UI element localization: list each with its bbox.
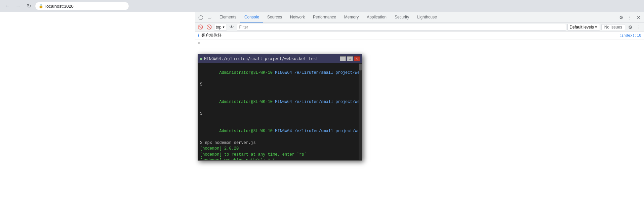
terminal-title-text: MINGW64:/e/lirufen/small project/websock… [204, 56, 338, 61]
context-label: top [216, 25, 222, 30]
terminal-scroll-thumb[interactable] [359, 64, 362, 70]
reload-button[interactable]: ↻ [24, 1, 34, 11]
forward-button[interactable]: → [13, 1, 23, 11]
filter-input[interactable] [237, 24, 566, 31]
console-prompt-line[interactable]: > [195, 40, 644, 46]
devtools-inspect-button[interactable]: ◯ [197, 13, 205, 21]
terminal-close-button[interactable]: ✕ [354, 56, 360, 61]
terminal-line-cmd: $ npx nodemon server.js [200, 140, 357, 146]
terminal-line-nodemon1: [nodemon] 2.0.20 [200, 146, 357, 152]
terminal-line-5: $ [200, 111, 357, 117]
terminal-line-nodemon3: [nodemon] watching path(s): *.* [200, 158, 357, 160]
terminal-line-6 [200, 117, 357, 123]
tab-elements[interactable]: Elements [215, 12, 240, 22]
left-pane [0, 12, 195, 218]
log-level-selector[interactable]: Default levels ▼ [567, 24, 600, 31]
devtools-close-icon[interactable]: ✕ [635, 13, 643, 21]
context-selector[interactable]: top ▼ [214, 24, 227, 31]
context-dropdown-icon: ▼ [222, 25, 225, 29]
devtools-tabs: Elements Console Sources Network Perform… [215, 12, 441, 22]
tab-memory[interactable]: Memory [340, 12, 363, 22]
tab-network[interactable]: Network [286, 12, 309, 22]
terminal-maximize-button[interactable]: □ [347, 56, 353, 61]
console-text-1: 客户端你好 [201, 33, 616, 38]
terminal-title-icon: ■ [200, 56, 202, 61]
tab-sources[interactable]: Sources [263, 12, 286, 22]
terminal-minimize-button[interactable]: – [340, 56, 346, 61]
tab-console[interactable]: Console [240, 12, 263, 22]
log-level-dropdown-icon: ▼ [595, 25, 598, 29]
chevron-icon: > [198, 41, 200, 45]
tab-performance[interactable]: Performance [309, 12, 340, 22]
devtools-device-button[interactable]: ▭ [205, 13, 213, 21]
terminal-body: Administrator@3L-WK-10 MINGW64 /e/lirufe… [198, 63, 359, 160]
no-issues-badge: No Issues [601, 24, 625, 30]
terminal-scrollbar[interactable] [359, 63, 362, 160]
terminal-line-4: Administrator@3L-WK-10 MINGW64 /e/lirufe… [200, 94, 357, 111]
console-toolbar: 🚫 🚫 top ▼ 👁 Default levels ▼ No Issues ⚙… [195, 23, 644, 32]
devtools-more-icon[interactable]: ⋮ [626, 13, 634, 21]
back-button[interactable]: ← [3, 1, 12, 11]
devtools-topbar: ◯ ▭ Elements Console Sources Network Per… [195, 12, 644, 23]
devtools-right-settings[interactable]: ⚙ [627, 23, 634, 31]
terminal-titlebar: ■ MINGW64:/e/lirufen/small project/webso… [198, 54, 362, 63]
terminal-window[interactable]: ■ MINGW64:/e/lirufen/small project/webso… [198, 54, 362, 161]
terminal-line-nodemon2: [nodemon] to restart at any time, enter … [200, 152, 357, 158]
console-source-1[interactable]: (index):18 [619, 33, 641, 38]
info-icon: ℹ [198, 33, 199, 38]
log-level-label: Default levels [570, 25, 594, 30]
filter-toggle-button[interactable]: 🚫 [205, 23, 213, 31]
tab-application[interactable]: Application [363, 12, 391, 22]
console-line-1: ℹ 客户端你好 (index):18 [195, 32, 644, 40]
lock-icon: 🔒 [39, 4, 43, 8]
terminal-line-3 [200, 88, 357, 94]
tab-security[interactable]: Security [391, 12, 413, 22]
terminal-line-2: $ [200, 82, 357, 88]
devtools-settings-icon[interactable]: ⚙ [617, 13, 625, 21]
clear-console-button[interactable]: 🚫 [197, 23, 204, 31]
terminal-line-7: Administrator@3L-WK-10 MINGW64 /e/lirufe… [200, 123, 357, 140]
devtools-right-more[interactable]: ⋮ [635, 23, 643, 31]
address-bar[interactable]: 🔒 localhost:3020 [35, 2, 129, 10]
tab-lighthouse[interactable]: Lighthouse [413, 12, 441, 22]
eye-button[interactable]: 👁 [228, 23, 236, 31]
terminal-line-1: Administrator@3L-WK-10 MINGW64 /e/lirufe… [200, 64, 357, 82]
url-text: localhost:3020 [45, 4, 74, 9]
browser-toolbar: ← → ↻ 🔒 localhost:3020 [0, 0, 644, 12]
